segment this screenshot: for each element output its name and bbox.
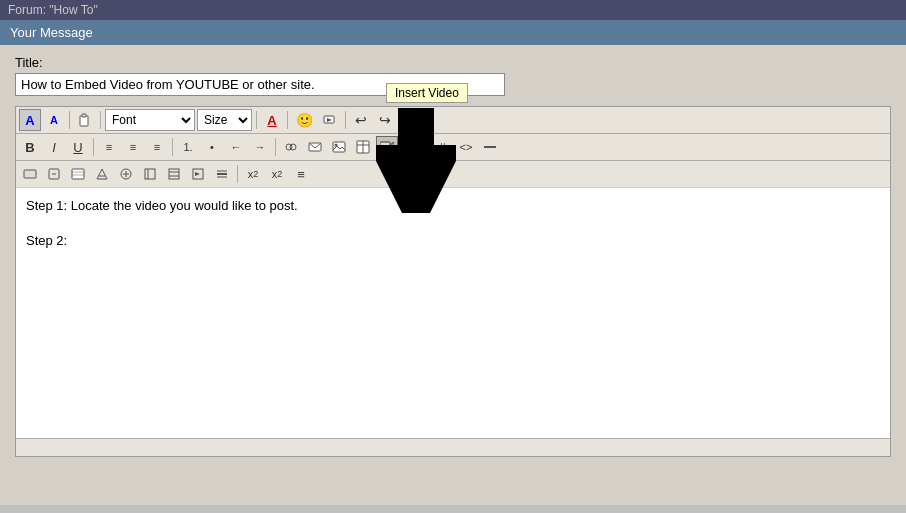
- separator-3: [256, 111, 257, 129]
- separator-1: [69, 111, 70, 129]
- insert-link-button[interactable]: [280, 136, 302, 158]
- image-icon: [332, 140, 346, 154]
- tb3-icon7: [167, 167, 181, 181]
- separator-8: [275, 138, 276, 156]
- smiley-button[interactable]: 🙂: [292, 109, 317, 131]
- align-left-button[interactable]: ≡: [98, 136, 120, 158]
- tb3-icon4: [95, 167, 109, 181]
- indent-increase-button[interactable]: →: [249, 136, 271, 158]
- tb3-btn7[interactable]: [163, 163, 185, 185]
- main-content: Title: A A Font Arial Times New Roman Co…: [0, 45, 906, 505]
- hr-icon: [483, 140, 497, 154]
- tb3-btn5[interactable]: [115, 163, 137, 185]
- table-icon: [356, 140, 370, 154]
- separator-10: [237, 165, 238, 183]
- title-input[interactable]: [15, 73, 505, 96]
- svg-rect-15: [24, 170, 36, 178]
- tb3-btn3[interactable]: [67, 163, 89, 185]
- title-row: Title:: [15, 55, 891, 96]
- email-icon: [308, 140, 322, 154]
- svg-rect-1: [82, 114, 86, 117]
- tb3-icon6: [143, 167, 157, 181]
- editor-line2: Step 2:: [26, 233, 880, 248]
- separator-4: [287, 111, 288, 129]
- superscript-button[interactable]: x2: [266, 163, 288, 185]
- forum-bar: Forum: "How To": [0, 0, 906, 20]
- editor-bottom-bar: [16, 438, 890, 456]
- separator-9: [402, 138, 403, 156]
- tb3-btn9[interactable]: [211, 163, 233, 185]
- media-icon: [323, 113, 337, 127]
- separator-2: [100, 111, 101, 129]
- tb3-icon3: [71, 167, 85, 181]
- link-icon: [284, 140, 298, 154]
- insert-hr-button[interactable]: [479, 136, 501, 158]
- svg-rect-28: [169, 169, 179, 179]
- ordered-list-button[interactable]: 1.: [177, 136, 199, 158]
- svg-marker-13: [390, 142, 394, 152]
- tb3-btn6[interactable]: [139, 163, 161, 185]
- tb3-btn2[interactable]: [43, 163, 65, 185]
- tb3-align-button[interactable]: ≡: [290, 163, 312, 185]
- insert-table-button[interactable]: [352, 136, 374, 158]
- insert-video-button[interactable]: [376, 136, 398, 158]
- insert-email-button[interactable]: [304, 136, 326, 158]
- svg-point-5: [290, 144, 296, 150]
- toolbar-row-1: A A Font Arial Times New Roman Courier V…: [16, 107, 890, 134]
- header-title: Your Message: [10, 25, 93, 40]
- format-a2-button[interactable]: A: [43, 109, 65, 131]
- video-icon: [380, 140, 394, 154]
- paste-button[interactable]: [74, 109, 96, 131]
- tb3-icon1: [23, 167, 37, 181]
- tb3-icon9: [215, 167, 229, 181]
- indent-decrease-button[interactable]: ←: [225, 136, 247, 158]
- svg-rect-18: [72, 169, 84, 179]
- toolbar-row-3: x2 x2 ≡: [16, 161, 890, 188]
- svg-rect-26: [145, 169, 155, 179]
- size-select[interactable]: Size 81012 141618: [197, 109, 252, 131]
- format-a-button[interactable]: A: [19, 109, 41, 131]
- paste-icon: [78, 113, 92, 127]
- bold-button[interactable]: B: [19, 136, 41, 158]
- separator-5: [345, 111, 346, 129]
- tb3-btn8[interactable]: [187, 163, 209, 185]
- align-right-button[interactable]: ≡: [146, 136, 168, 158]
- toolbar-row-2: B I U ≡ ≡ ≡ 1. • ← →: [16, 134, 890, 161]
- italic-button[interactable]: I: [43, 136, 65, 158]
- undo-button[interactable]: ↩: [350, 109, 372, 131]
- separator-7: [172, 138, 173, 156]
- align-center-button[interactable]: ≡: [122, 136, 144, 158]
- code-button[interactable]: <>: [455, 136, 477, 158]
- separator-6: [93, 138, 94, 156]
- insert-media-button[interactable]: [319, 109, 341, 131]
- subscript-button[interactable]: x2: [242, 163, 264, 185]
- svg-rect-12: [380, 142, 390, 152]
- tb3-icon8: [191, 167, 205, 181]
- your-message-header: Your Message: [0, 20, 906, 45]
- underline-button[interactable]: U: [67, 136, 89, 158]
- tb3-btn1[interactable]: [19, 163, 41, 185]
- font-color-button[interactable]: A: [261, 109, 283, 131]
- insert-quote-button[interactable]: ❝: [407, 136, 429, 158]
- svg-marker-21: [97, 169, 107, 179]
- editor-line1: Step 1: Locate the video you would like …: [26, 198, 880, 213]
- tb3-btn4[interactable]: [91, 163, 113, 185]
- insert-hash-button[interactable]: #: [431, 136, 453, 158]
- unordered-list-button[interactable]: •: [201, 136, 223, 158]
- forum-bar-text: Forum: "How To": [0, 0, 906, 20]
- title-label: Title:: [15, 55, 891, 70]
- tb3-icon5: [119, 167, 133, 181]
- font-select[interactable]: Font Arial Times New Roman Courier Verda…: [105, 109, 195, 131]
- svg-marker-32: [195, 172, 200, 176]
- tb3-icon2: [47, 167, 61, 181]
- svg-rect-7: [333, 142, 345, 152]
- editor-area[interactable]: Step 1: Locate the video you would like …: [16, 188, 890, 438]
- insert-image-button[interactable]: [328, 136, 350, 158]
- redo-button[interactable]: ↪: [374, 109, 396, 131]
- editor-wrapper: A A Font Arial Times New Roman Courier V…: [15, 106, 891, 457]
